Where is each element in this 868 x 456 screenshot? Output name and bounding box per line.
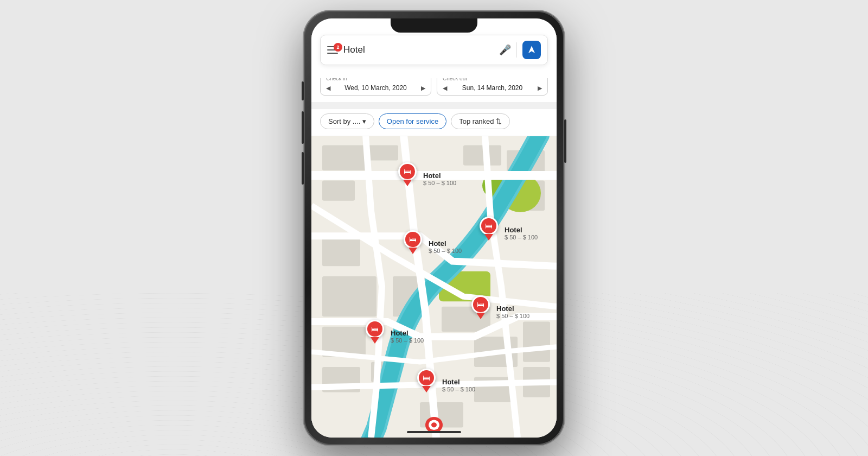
navigation-button[interactable] [522,41,541,59]
divider [516,42,517,58]
search-input[interactable]: Hotel [343,45,494,55]
bed-icon-2: 🛏 [409,235,417,244]
bed-icon-3: 🛏 [485,221,493,230]
pin-label-3: Hotel $ 50 – $ 100 [505,226,538,240]
check-in-next[interactable]: ▶ [421,85,425,92]
check-out-prev[interactable]: ◀ [443,85,447,92]
check-in-prev[interactable]: ◀ [326,85,330,92]
open-for-service-label: Open for service [387,117,438,125]
phone-device: 2 Hotel 🎤 Check in ◀ Wed, 10 March, 2020 [304,11,564,445]
open-for-service-button[interactable]: Open for service [379,113,446,129]
sort-by-button[interactable]: Sort by .... ▾ [320,113,374,129]
svg-rect-1 [322,145,366,170]
search-bar[interactable]: 2 Hotel 🎤 [320,35,548,65]
bed-icon-6: 🛏 [423,373,430,382]
volume-up-button[interactable] [302,111,304,144]
filter-row: Sort by .... ▾ Open for service Top rank… [311,109,557,136]
pin-label-6: Hotel $ 50 – $ 100 [442,378,475,392]
sort-by-label: Sort by .... ▾ [328,117,366,125]
bed-icon-4: 🛏 [477,300,484,309]
pin-label-2: Hotel $ 50 – $ 100 [429,239,462,254]
svg-rect-13 [523,321,550,362]
pin-marker-1: 🛏 [398,162,419,186]
hotel-pin-2[interactable]: 🛏 Hotel $ 50 – $ 100 [404,230,462,254]
hotel-pin-6[interactable]: 🛏 Hotel $ 50 – $ 100 [417,369,475,392]
top-ranked-button[interactable]: Top ranked ⇅ [451,113,510,129]
hotel-pin-4[interactable]: 🛏 Hotel $ 50 – $ 100 [471,295,529,319]
notification-badge: 2 [334,43,342,52]
pin-marker-5: 🛏 [366,320,386,344]
map-area[interactable]: 🛏 Hotel $ 50 – $ 100 🛏 [311,135,557,438]
pin-marker-2: 🛏 [404,230,424,254]
top-ranked-label: Top ranked ⇅ [459,117,502,125]
hotel-pin-5[interactable]: 🛏 Hotel $ 50 – $ 100 [366,320,424,344]
pin-label-5: Hotel $ 50 – $ 100 [391,329,424,344]
svg-rect-2 [322,181,355,201]
check-out-next[interactable]: ▶ [538,85,542,92]
pin-marker-4: 🛏 [471,295,492,319]
bed-icon-1: 🛏 [404,167,411,176]
check-out-value: Sun, 14 March, 2020 [462,84,522,92]
hotel-pin-3[interactable]: 🛏 Hotel $ 50 – $ 100 [480,217,538,240]
pin-marker-6: 🛏 [417,369,438,392]
volume-down-button[interactable] [302,152,304,185]
pin-label-1: Hotel $ 50 – $ 100 [423,172,456,186]
menu-button[interactable]: 2 [327,46,338,54]
svg-rect-7 [322,236,360,267]
svg-rect-4 [463,145,501,166]
pin-marker-3: 🛏 [480,217,500,240]
pin-label-4: Hotel $ 50 – $ 100 [496,305,529,319]
bed-icon-5: 🛏 [371,325,379,333]
home-indicator[interactable] [407,431,461,433]
phone-screen: 2 Hotel 🎤 Check in ◀ Wed, 10 March, 2020 [311,18,557,438]
mic-icon[interactable]: 🎤 [499,44,511,56]
phone-notch [391,18,477,33]
power-button[interactable] [564,119,566,163]
svg-point-25 [431,422,437,427]
hotel-pin-1[interactable]: 🛏 Hotel $ 50 – $ 100 [398,162,456,186]
svg-rect-8 [322,276,376,316]
check-in-value: Wed, 10 March, 2020 [344,84,407,92]
mute-button[interactable] [302,81,304,100]
